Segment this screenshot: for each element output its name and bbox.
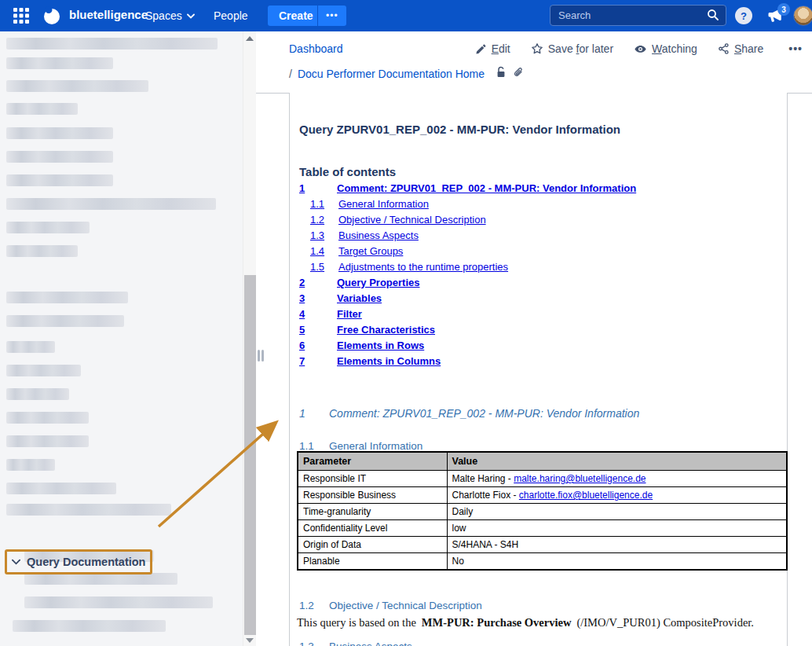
toc-number-link[interactable]: 6	[299, 340, 337, 355]
toc-item-link[interactable]: Query Properties	[337, 277, 420, 292]
section-1-heading: 1 Comment: ZPURV01_REP_002 - MM-PUR: Ven…	[299, 407, 639, 420]
toc-number-link[interactable]: 5	[299, 324, 337, 340]
toc-heading: Table of contents	[299, 165, 396, 178]
email-link[interactable]: malte.haring@bluetelligence.de	[514, 473, 646, 484]
sidebar-skeleton-row	[6, 127, 113, 139]
param-cell: Origin of Data	[298, 537, 447, 553]
toc-item-link[interactable]: Business Aspects	[338, 229, 419, 245]
brand-name[interactable]: bluetelligence	[69, 8, 148, 21]
sidebar-scrollbar[interactable]	[243, 31, 256, 646]
provider-name: MM-PUR: Purchase Overview	[422, 616, 572, 629]
scroll-up-arrow-icon[interactable]	[246, 36, 254, 41]
toc-number-link[interactable]: 3	[299, 292, 337, 308]
toc-number-link[interactable]: 1.1	[310, 198, 338, 214]
chevron-down-icon	[12, 559, 20, 565]
toc-row: 4Filter	[299, 308, 779, 324]
toc-number-link[interactable]: 2	[299, 277, 337, 292]
watching-button[interactable]: Watching	[634, 42, 697, 55]
sidebar-skeleton-row	[6, 412, 89, 424]
toc-item-link[interactable]: Target Groups	[338, 245, 403, 261]
bluetelligence-logo-icon[interactable]	[42, 6, 61, 25]
toc-item-link[interactable]: Free Characteristics	[337, 324, 435, 340]
scroll-down-arrow-icon[interactable]	[246, 638, 254, 643]
toc-number-link[interactable]: 1	[299, 182, 337, 198]
toc-number-link[interactable]: 7	[299, 355, 337, 371]
notification-badge: 3	[777, 3, 790, 16]
toc-number-link[interactable]: 1.2	[310, 214, 338, 229]
breadcrumb-current-page[interactable]: Docu Performer Documentation Home	[298, 68, 485, 80]
page-actions: Edit Save for later Watching Share •••	[475, 42, 803, 55]
toc-item-link[interactable]: Variables	[337, 292, 382, 308]
toc-row: 1.2Objective / Technical Description	[299, 214, 779, 229]
toc-item-link[interactable]: Objective / Technical Description	[338, 214, 486, 229]
breadcrumb-separator: /	[289, 68, 292, 80]
toc-item-link[interactable]: Elements in Rows	[337, 340, 424, 355]
toc-row: 1.3Business Aspects	[299, 229, 779, 245]
sidebar-skeleton-row	[6, 315, 124, 327]
page-more-button[interactable]: •••	[788, 42, 803, 55]
create-more-button[interactable]: •••	[317, 6, 346, 26]
announcements-icon[interactable]: 3	[766, 6, 787, 25]
param-cell: Confidentiality Level	[298, 520, 447, 537]
sidebar-resize-handle[interactable]	[258, 350, 264, 362]
value-header: Value	[447, 452, 787, 471]
toc-row: 7Elements in Columns	[299, 355, 779, 371]
toc-row: 2Query Properties	[299, 277, 779, 292]
toc-number-link[interactable]: 1.3	[310, 229, 338, 245]
toc-item-link[interactable]: Elements in Columns	[337, 355, 441, 371]
toc-item-link[interactable]: Filter	[337, 308, 362, 324]
nav-people[interactable]: People	[214, 0, 248, 31]
eye-icon	[634, 43, 647, 55]
share-icon	[718, 42, 730, 55]
param-cell: Responsible Business	[298, 487, 447, 504]
sidebar-skeleton-row	[6, 222, 90, 233]
nav-spaces[interactable]: Spaces	[145, 0, 195, 31]
sidebar-skeleton-row	[24, 573, 177, 585]
user-avatar[interactable]	[793, 6, 812, 26]
param-cell: Time-granularity	[298, 504, 447, 520]
chevron-down-icon	[187, 13, 195, 19]
sidebar-item-query-documentation[interactable]: Query Documentation	[12, 556, 145, 568]
edit-button[interactable]: Edit	[475, 42, 510, 55]
toc-number-link[interactable]: 4	[299, 308, 337, 324]
sidebar-scrollbar-thumb[interactable]	[244, 275, 256, 635]
toc-row: 1.1General Information	[299, 198, 779, 214]
unlock-icon[interactable]	[495, 66, 507, 81]
param-cell: Planable	[298, 553, 447, 571]
sidebar-skeleton-row	[6, 388, 69, 400]
sidebar-skeleton-row	[6, 365, 81, 376]
toc-row: 1.5Adjustments to the runtime properties	[299, 261, 779, 277]
sidebar-skeleton-row	[6, 103, 78, 115]
body-paragraph: This query is based on theMM-PUR: Purcha…	[297, 616, 754, 629]
search-icon[interactable]	[707, 9, 719, 24]
search-input[interactable]	[550, 5, 726, 26]
app-switcher-icon[interactable]	[13, 7, 30, 24]
table-row: Responsible ITMalte Haring - malte.harin…	[298, 471, 787, 487]
help-icon[interactable]: ?	[735, 7, 752, 24]
toc-item-link[interactable]: Adjustments to the runtime properties	[338, 261, 508, 277]
sidebar-skeleton-row	[24, 596, 213, 608]
toc-item-link[interactable]: Comment: ZPURV01_REP_002 - MM-PUR: Vendo…	[337, 182, 636, 198]
sidebar: Query Documentation	[0, 31, 255, 646]
table-row: Responsible BusinessCharlotte Fiox - cha…	[298, 487, 787, 504]
create-button[interactable]: Create	[268, 6, 324, 26]
share-button[interactable]: Share	[718, 42, 763, 55]
nav-spaces-label: Spaces	[145, 9, 182, 22]
email-link[interactable]: charlotte.fiox@bluetelligence.de	[519, 490, 653, 501]
sidebar-skeleton-row	[6, 292, 128, 303]
sidebar-skeleton-row	[6, 174, 113, 186]
general-info-table-body: Responsible ITMalte Haring - malte.harin…	[298, 471, 787, 571]
paperclip-icon[interactable]	[513, 66, 525, 81]
sidebar-skeleton-row	[6, 483, 116, 494]
table-header-row: Parameter Value	[298, 452, 787, 471]
save-for-later-button[interactable]: Save for later	[531, 42, 613, 55]
value-cell: No	[447, 553, 787, 571]
breadcrumb-dashboard[interactable]: Dashboard	[289, 42, 343, 55]
toc-item-link[interactable]: General Information	[338, 198, 429, 214]
toc-number-link[interactable]: 1.4	[310, 245, 338, 261]
sidebar-skeleton-row	[6, 341, 55, 353]
toc-number-link[interactable]: 1.5	[310, 261, 338, 277]
value-cell: low	[447, 520, 787, 537]
toc-row: 1.4Target Groups	[299, 245, 779, 261]
breadcrumb: / Docu Performer Documentation Home	[289, 66, 525, 81]
